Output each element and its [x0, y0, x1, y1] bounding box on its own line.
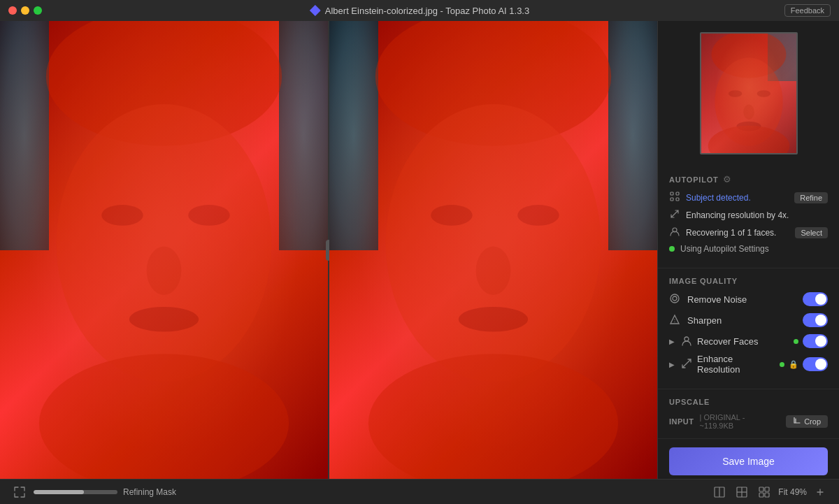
autopilot-settings-row: Using Autopilot Settings — [669, 244, 828, 254]
remove-noise-toggle[interactable] — [803, 292, 828, 306]
compare-btn-1[interactable] — [711, 485, 728, 499]
enhance-resolution-chevron: ▶ — [669, 361, 676, 368]
subject-detected-text: Subject detected. — [686, 193, 751, 203]
svg-rect-34 — [759, 487, 763, 491]
image-quality-header: IMAGE QUALITY — [669, 277, 828, 285]
recover-faces-label: Recover Faces — [697, 336, 789, 347]
autopilot-header: AUTOPILOT ⚙ — [669, 174, 828, 185]
toolbar-right: Fit 49% — [711, 485, 828, 499]
zoom-up-btn[interactable] — [812, 486, 828, 498]
thumbnail-einstein — [701, 34, 796, 153]
close-button[interactable] — [8, 6, 17, 15]
expand-icon — [14, 487, 25, 498]
svg-point-17 — [756, 90, 770, 97]
minimize-button[interactable] — [21, 6, 29, 15]
save-image-button[interactable]: Save Image — [669, 447, 828, 475]
remove-noise-icon — [669, 293, 682, 306]
crop-button[interactable]: Crop — [786, 415, 828, 428]
autopilot-subject-row: Subject detected. Refine — [669, 192, 828, 203]
select-button[interactable]: Select — [795, 227, 828, 238]
svg-rect-37 — [765, 493, 769, 497]
svg-point-1 — [57, 104, 272, 382]
remove-noise-label: Remove Noise — [687, 294, 797, 305]
autopilot-settings-text: Using Autopilot Settings — [680, 244, 769, 254]
grid-btn[interactable] — [756, 485, 773, 499]
faces-icon — [669, 226, 680, 238]
expand-icon-btn[interactable] — [11, 485, 28, 499]
right-image — [329, 21, 657, 479]
svg-point-6 — [39, 354, 289, 479]
svg-point-8 — [386, 104, 601, 382]
recover-faces-row[interactable]: ▶ Recover Faces — [669, 334, 828, 348]
fit-label: Fit 49% — [778, 487, 807, 497]
svg-rect-21 — [671, 192, 673, 195]
image-area — [0, 21, 657, 479]
compare-icon-2 — [736, 487, 747, 498]
green-dot — [669, 246, 675, 252]
svg-point-3 — [188, 205, 230, 226]
lock-icon: 🔒 — [789, 360, 798, 369]
bottom-toolbar: Refining Mask Fit 49% — [0, 479, 839, 504]
compare-icon-1 — [714, 487, 725, 498]
main-content: AUTOPILOT ⚙ Subject detected. Refine — [0, 21, 839, 479]
svg-rect-24 — [676, 198, 679, 201]
enhance-resolution-status-dot — [780, 362, 784, 367]
right-image-panel — [329, 21, 657, 479]
svg-point-5 — [129, 307, 199, 332]
recover-faces-chevron: ▶ — [669, 338, 676, 345]
autopilot-resolution-row: Enhancing resolution by 4x. — [669, 209, 828, 221]
svg-rect-35 — [765, 487, 769, 491]
compare-btn-2[interactable] — [733, 485, 750, 499]
refining-mask-fill — [34, 490, 84, 494]
input-label: INPUT — [669, 417, 694, 426]
einstein-face-right — [329, 21, 657, 479]
svg-point-26 — [671, 294, 679, 303]
resolution-icon — [669, 209, 680, 221]
left-image-panel — [0, 21, 328, 479]
svg-point-12 — [459, 307, 528, 332]
svg-point-9 — [431, 205, 473, 226]
svg-point-27 — [673, 296, 677, 301]
svg-point-18 — [743, 105, 754, 120]
feedback-button[interactable]: Feedback — [784, 4, 831, 17]
autopilot-section: AUTOPILOT ⚙ Subject detected. Refine — [658, 166, 839, 268]
left-image — [0, 21, 328, 479]
thumbnail-area — [658, 21, 839, 166]
recover-faces-toggle[interactable] — [803, 334, 828, 348]
refining-mask-label: Refining Mask — [123, 487, 176, 497]
upscale-title: UPSCALE — [669, 398, 828, 406]
remove-noise-row: Remove Noise — [669, 292, 828, 306]
recover-faces-status-dot — [794, 339, 798, 344]
refine-button[interactable]: Refine — [794, 192, 828, 203]
crop-icon — [793, 417, 801, 426]
svg-point-20 — [708, 126, 789, 153]
right-panel: AUTOPILOT ⚙ Subject detected. Refine — [657, 21, 839, 479]
gear-icon[interactable]: ⚙ — [723, 174, 731, 185]
maximize-button[interactable] — [34, 6, 42, 15]
svg-rect-23 — [671, 198, 673, 201]
image-quality-title: IMAGE QUALITY — [669, 277, 738, 285]
autopilot-title: AUTOPILOT — [669, 175, 719, 184]
svg-point-28 — [684, 337, 689, 341]
titlebar: Albert Einstein-colorized.jpg - Topaz Ph… — [0, 0, 839, 21]
topaz-logo-icon — [310, 5, 321, 16]
svg-point-4 — [147, 247, 182, 295]
toolbar-left: Refining Mask — [11, 485, 176, 499]
zoom-up-icon — [815, 487, 825, 497]
autopilot-subject-text: Subject detected. — [686, 193, 789, 203]
svg-point-11 — [476, 247, 511, 295]
sharpen-row: Sharpen — [669, 313, 828, 327]
enhance-resolution-toggle[interactable] — [803, 357, 828, 371]
autopilot-faces-row: Recovering 1 of 1 faces. Select — [669, 226, 828, 238]
input-info: | ORIGINAL - ~119.9KB — [700, 413, 781, 430]
input-row: INPUT | ORIGINAL - ~119.9KB Crop — [669, 413, 828, 430]
enhance-resolution-icon — [680, 358, 693, 371]
sharpen-icon — [669, 314, 682, 327]
enhance-resolution-row[interactable]: ▶ Enhance Resolution 🔒 — [669, 354, 828, 375]
svg-point-2 — [101, 205, 143, 226]
autopilot-resolution-text: Enhancing resolution by 4x. — [686, 210, 828, 220]
svg-point-10 — [517, 205, 559, 226]
image-quality-section: IMAGE QUALITY Remove Noise — [658, 268, 839, 389]
sharpen-toggle[interactable] — [803, 313, 828, 327]
subject-icon — [669, 192, 680, 203]
